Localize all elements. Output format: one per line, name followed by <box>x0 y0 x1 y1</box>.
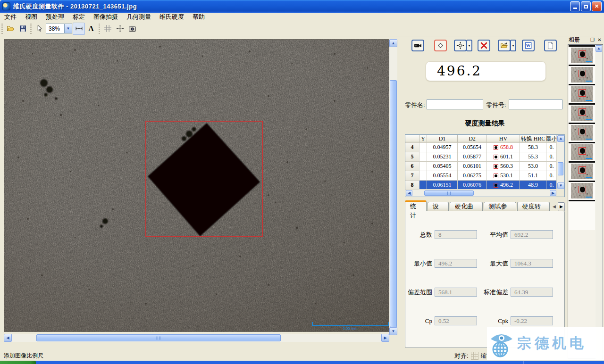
microscope-image[interactable]: 0.05 mm <box>4 39 389 332</box>
table-scroll-right[interactable]: ▶ <box>550 190 556 196</box>
start-button-edge[interactable] <box>0 361 36 364</box>
menu-file[interactable]: 文件 <box>0 12 21 22</box>
indentation-diamond <box>148 123 260 236</box>
menu-calibration[interactable]: 标定 <box>68 12 89 22</box>
minimize-button[interactable] <box>570 1 580 11</box>
measure-tool-button[interactable] <box>73 23 85 35</box>
table-hscroll-thumb[interactable] <box>424 190 474 196</box>
menu-view[interactable]: 视图 <box>21 12 42 22</box>
tab-scroll-next[interactable]: ▶ <box>558 202 565 211</box>
part-number-input[interactable] <box>509 99 562 109</box>
table-row[interactable]: 7 0.05554 0.06275 530.1 51.1 0. <box>405 171 564 181</box>
maximize-button[interactable] <box>581 1 591 11</box>
table-scroll-left[interactable]: ◀ <box>406 190 412 196</box>
scroll-left-button[interactable]: ◀ <box>4 334 12 342</box>
svg-text:W: W <box>526 43 530 48</box>
tab-hardening-curve[interactable]: 硬化曲线 <box>450 202 482 211</box>
image-hscrollbar[interactable]: ◀ ▶ <box>4 334 389 342</box>
scroll-up-button[interactable]: ▲ <box>389 39 397 47</box>
text-tool-button[interactable]: A <box>85 23 97 35</box>
table-scroll-corner <box>556 189 564 197</box>
album-thumbnail[interactable] <box>569 142 595 161</box>
tab-test-params[interactable]: 测试参数 <box>484 202 516 211</box>
word-report-button[interactable]: W <box>522 40 535 51</box>
align-label: 对齐: <box>454 352 469 360</box>
image-vscrollbar[interactable]: ▲ ▼ <box>389 39 397 335</box>
center-crosshair-button[interactable] <box>114 23 126 35</box>
table-vscrollbar[interactable]: ▲ ▼ <box>556 135 564 190</box>
album-body: ▲ <box>568 44 603 359</box>
titlebar: 维氏硬度测量软件 - 20130721_143651.jpg ✕ <box>0 0 604 13</box>
menubar: 文件 视图 预处理 标定 图像拍摄 几何测量 维氏硬度 帮助 <box>0 13 604 21</box>
grid-overlay-button[interactable] <box>101 23 114 35</box>
table-scroll-up[interactable]: ▲ <box>557 135 564 142</box>
export-options-dropdown[interactable]: ▼ <box>510 40 516 51</box>
export-button[interactable] <box>498 40 511 51</box>
delete-measurement-button[interactable] <box>478 40 490 51</box>
taskbar[interactable] <box>0 361 604 364</box>
measure-indent-button[interactable] <box>454 40 467 51</box>
table-row[interactable]: 6 0.05405 0.06101 560.3 53.0 0. <box>405 162 564 171</box>
tab-settings[interactable]: 设置 <box>428 202 449 211</box>
measurement-box <box>146 121 262 237</box>
table-scroll-down[interactable]: ▼ <box>557 182 564 189</box>
indent-detect-button[interactable] <box>434 40 447 51</box>
album-thumbnail[interactable] <box>569 45 595 65</box>
album-thumbnail[interactable] <box>569 84 595 103</box>
album-thumbnail[interactable] <box>569 103 595 123</box>
part-name-input[interactable] <box>427 99 483 109</box>
scroll-up-icon: ▲ <box>559 137 563 141</box>
close-button[interactable]: ✕ <box>592 1 602 11</box>
tab-hardness-conversion[interactable]: 硬度转换 <box>517 202 550 211</box>
menu-capture[interactable]: 图像拍摄 <box>89 12 122 22</box>
part-number-label: 零件号: <box>486 100 506 110</box>
chevron-down-icon: ▼ <box>512 44 515 47</box>
vscroll-thumb[interactable] <box>390 80 397 327</box>
scroll-left-icon: ◀ <box>408 191 411 195</box>
maximize-icon <box>584 5 588 8</box>
table-vscroll-thumb[interactable] <box>558 162 563 175</box>
album-scrollbar[interactable]: ▲ <box>596 45 602 359</box>
album-thumbnail[interactable] <box>569 123 595 142</box>
table-row-selected[interactable]: 8 0.06151 0.06076 496.2 48.9 0. <box>405 181 564 190</box>
measure-options-dropdown[interactable]: ▼ <box>466 40 472 51</box>
open-button[interactable] <box>4 23 17 35</box>
scroll-right-button[interactable]: ▶ <box>381 334 389 342</box>
watermark-text: 宗德机电 <box>517 334 587 353</box>
table-hscrollbar[interactable]: ◀ ▶ <box>405 189 557 197</box>
stats-label: 平均值 <box>470 230 508 239</box>
menu-vickers[interactable]: 维氏硬度 <box>155 12 188 22</box>
snapshot-button[interactable] <box>126 23 138 35</box>
scroll-down-button[interactable]: ▼ <box>389 327 397 335</box>
new-document-button[interactable] <box>544 40 557 51</box>
save-button[interactable] <box>17 23 29 35</box>
float-panel-icon[interactable]: ❐ <box>589 37 596 42</box>
hscroll-thumb[interactable] <box>36 334 281 341</box>
chevron-down-icon: ▼ <box>67 26 70 31</box>
menu-help[interactable]: 帮助 <box>188 12 209 22</box>
clipped-label: 缩 <box>481 352 487 360</box>
album-thumbnail[interactable] <box>569 65 595 84</box>
album-thumbnail[interactable] <box>569 181 595 201</box>
zoom-dropdown-button[interactable]: ▼ <box>64 24 72 33</box>
pointer-tool-button[interactable] <box>33 23 45 35</box>
tab-stats[interactable]: 统计 <box>405 200 427 211</box>
zoom-combobox[interactable]: 38% ▼ <box>46 24 72 33</box>
album-scroll-up[interactable]: ▲ <box>596 45 602 52</box>
menu-geometry[interactable]: 几何测量 <box>122 12 155 22</box>
crosshair-icon <box>116 25 124 33</box>
video-capture-button[interactable] <box>411 40 424 51</box>
table-row[interactable]: 5 0.05231 0.05877 601.1 55.3 0. <box>405 152 564 162</box>
table-row[interactable]: 4 0.04957 0.05654 658.8 58.3 0. <box>405 143 564 152</box>
watermark: 宗德机电 <box>487 327 604 360</box>
tab-prev-icon: ◀ <box>553 204 556 209</box>
menu-preprocess[interactable]: 预处理 <box>42 12 68 22</box>
align-grid-icon[interactable] <box>471 352 478 360</box>
stats-value: -0.22 <box>511 316 553 325</box>
tab-scroll-prev[interactable]: ◀ <box>551 202 558 211</box>
ruler-icon <box>75 25 83 33</box>
zoom-value: 38% <box>46 25 64 32</box>
close-panel-icon[interactable]: ✕ <box>596 37 603 42</box>
watermark-logo-icon <box>487 329 517 358</box>
album-thumbnail[interactable] <box>569 161 595 181</box>
